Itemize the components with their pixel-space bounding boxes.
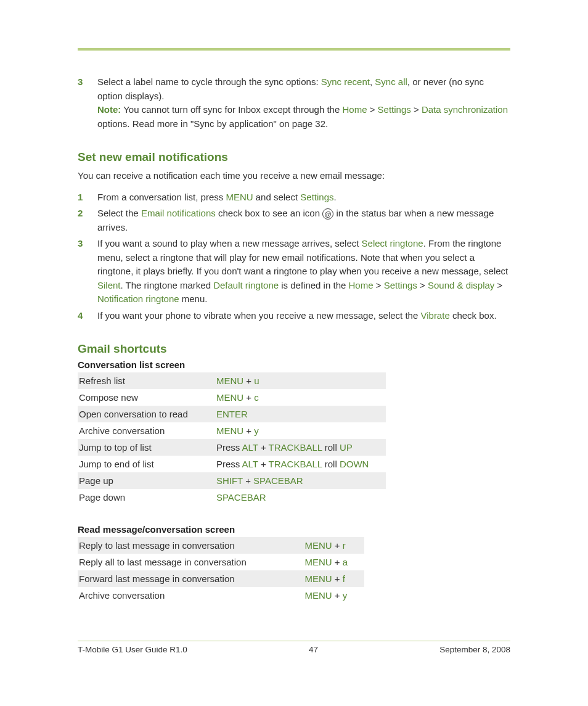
text: +	[258, 459, 269, 469]
table-row: Reply to last message in conversation ME…	[78, 537, 364, 554]
keyword-vibrate: Vibrate	[420, 310, 449, 321]
list-item: 3 Select a label name to cycle through t…	[78, 75, 510, 131]
keyword-email-notifications: Email notifications	[141, 208, 216, 218]
key: DOWN	[340, 459, 369, 469]
text: From a conversation list, press	[97, 192, 226, 202]
keyword-data-sync: Data synchronization	[422, 104, 508, 115]
action-cell: Forward last message in conversation	[78, 570, 304, 587]
action-cell: Open conversation to read	[78, 406, 215, 422]
shortcut-table-conversation: Refresh list MENU + u Compose new MENU +…	[78, 372, 386, 506]
keyword-notification-ringtone: Notification ringtone	[97, 293, 179, 304]
key: ALT	[242, 459, 258, 469]
step-body: From a conversation list, press MENU and…	[97, 191, 510, 205]
action-cell: Archive conversation	[78, 422, 215, 439]
text: Select a label name to cycle through the…	[97, 76, 321, 87]
action-cell: Page up	[78, 472, 215, 489]
shortcut-cell: MENU + c	[215, 389, 386, 406]
footer-page-number: 47	[309, 645, 318, 654]
sub-heading-conversation-list: Conversation list screen	[78, 359, 510, 370]
shortcut-cell: MENU + y	[215, 422, 386, 439]
step-body: If you want your phone to vibrate when y…	[97, 309, 510, 323]
text: and select	[253, 192, 301, 202]
note-label: Note:	[97, 104, 121, 115]
text: is defined in the	[279, 280, 348, 290]
table-row: Compose new MENU + c	[78, 389, 386, 406]
key: f	[343, 573, 345, 584]
key: TRACKBALL	[269, 442, 322, 453]
text: >	[494, 280, 502, 290]
text: roll	[322, 459, 340, 469]
shortcut-cell: SHIFT + SPACEBAR	[215, 472, 386, 489]
keyword-settings: Settings	[300, 192, 333, 202]
document-page: 3 Select a label name to cycle through t…	[0, 0, 588, 679]
text: . The ringtone marked	[121, 280, 214, 290]
shortcut-cell: MENU + f	[304, 570, 364, 587]
shortcut-cell: Press ALT + TRACKBALL roll UP	[215, 439, 386, 456]
table-row: Reply all to last message in conversatio…	[78, 554, 364, 570]
key: UP	[340, 442, 353, 453]
key: MENU	[216, 376, 243, 386]
keyword-settings: Settings	[378, 104, 411, 115]
list-item: 4 If you want your phone to vibrate when…	[78, 309, 510, 323]
table-row: Jump to top of list Press ALT + TRACKBAL…	[78, 439, 386, 456]
text: +	[332, 573, 343, 584]
text: >	[374, 280, 384, 290]
sub-heading-read-message: Read message/conversation screen	[78, 524, 510, 535]
key: SHIFT	[216, 475, 243, 486]
key: MENU	[305, 540, 332, 551]
key: y	[343, 590, 348, 601]
footer-date: September 8, 2008	[439, 645, 510, 654]
text: >	[367, 104, 377, 115]
top-rule	[78, 48, 510, 51]
key: a	[343, 557, 348, 567]
shortcut-cell: MENU + r	[304, 537, 364, 554]
footer-left: T-Mobile G1 User Guide R1.0	[78, 645, 187, 654]
keyword-settings: Settings	[384, 280, 417, 290]
text: Press	[216, 459, 242, 469]
step-number: 3	[78, 237, 97, 306]
text: +	[332, 540, 343, 551]
key: MENU	[305, 590, 332, 601]
step-number: 1	[78, 191, 97, 205]
list-item: 1 From a conversation list, press MENU a…	[78, 191, 510, 205]
key: u	[254, 376, 259, 386]
action-cell: Jump to top of list	[78, 439, 215, 456]
text: +	[332, 590, 343, 601]
keyword-silent: Silent	[97, 280, 121, 290]
key: MENU	[305, 557, 332, 567]
text: If you want your phone to vibrate when y…	[97, 310, 420, 321]
action-cell: Reply all to last message in conversatio…	[78, 554, 304, 570]
key: MENU	[305, 573, 332, 584]
key: ALT	[242, 442, 258, 453]
text: +	[258, 442, 269, 453]
text: If you want a sound to play when a new m…	[97, 238, 362, 248]
action-cell: Refresh list	[78, 372, 215, 389]
action-cell: Reply to last message in conversation	[78, 537, 304, 554]
text: +	[243, 376, 254, 386]
text: >	[417, 280, 428, 290]
key: r	[343, 540, 346, 551]
list-item: 3 If you want a sound to play when a new…	[78, 237, 510, 306]
keyword-home: Home	[342, 104, 367, 115]
key: c	[254, 392, 259, 403]
keyword-select-ringtone: Select ringtone	[362, 238, 423, 248]
shortcut-cell: SPACEBAR	[215, 489, 386, 506]
heading-gmail-shortcuts: Gmail shortcuts	[78, 342, 510, 356]
table-row: Page down SPACEBAR	[78, 489, 386, 506]
key: SPACEBAR	[253, 475, 303, 486]
shortcut-cell: ENTER	[215, 406, 386, 422]
key: MENU	[216, 425, 243, 436]
key: y	[254, 425, 259, 436]
text: .	[334, 192, 337, 202]
text: +	[243, 425, 254, 436]
shortcut-cell: MENU + y	[304, 587, 364, 604]
step-number: 3	[78, 75, 97, 131]
table-row: Archive conversation MENU + y	[78, 587, 364, 604]
action-cell: Compose new	[78, 389, 215, 406]
step-body: Select the Email notifications check box…	[97, 207, 510, 234]
text: menu.	[179, 293, 208, 304]
step-body: If you want a sound to play when a new m…	[97, 237, 510, 306]
shortcut-cell: MENU + u	[215, 372, 386, 389]
text: Select the	[97, 208, 141, 218]
text: +	[243, 392, 254, 403]
